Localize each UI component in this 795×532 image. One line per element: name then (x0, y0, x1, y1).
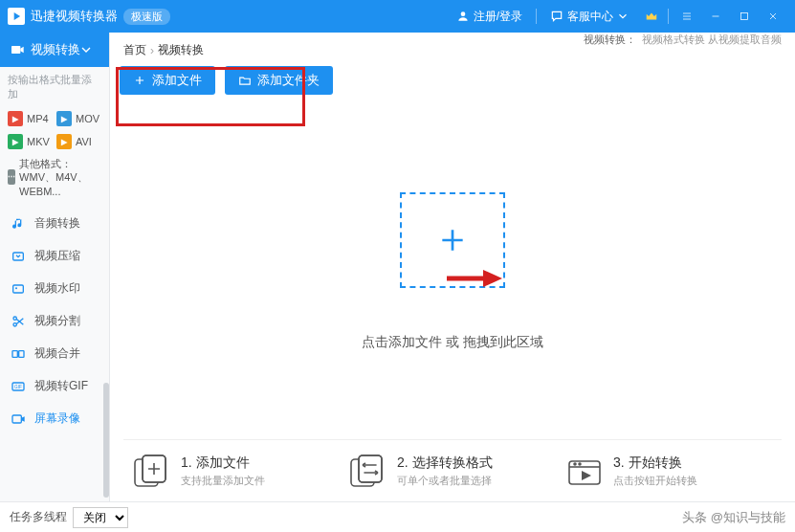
breadcrumb-home[interactable]: 首页 (123, 42, 146, 58)
sidebar-item-label: 视频合并 (34, 345, 80, 362)
add-folder-button[interactable]: 添加文件夹 (225, 66, 333, 95)
svg-point-7 (15, 287, 17, 289)
svg-point-1 (460, 11, 465, 16)
format-avi[interactable]: ▶AVI (55, 130, 103, 153)
step-title: 1. 添加文件 (181, 454, 265, 472)
svg-rect-14 (12, 415, 21, 423)
steps-row: 1. 添加文件 支持批量添加文件 2. 选择转换格式 可单个或者批量选择 3. … (123, 439, 782, 501)
titlebar: 迅捷视频转换器 极速版 注册/登录 客服中心 (0, 0, 795, 33)
merge-icon (10, 345, 27, 363)
step-2: 2. 选择转换格式 可单个或者批量选择 (349, 454, 556, 488)
add-file-step-icon (133, 454, 171, 488)
sidebar-active-label: 视频转换 (31, 41, 80, 58)
step-sub: 支持批量添加文件 (181, 474, 265, 488)
chevron-down-icon (616, 10, 629, 23)
step-title: 2. 选择转换格式 (397, 454, 493, 472)
sidebar-scrollbar[interactable] (103, 134, 109, 501)
split-icon (10, 313, 27, 330)
svg-point-26 (579, 463, 581, 465)
add-file-button[interactable]: 添加文件 (120, 66, 215, 95)
svg-rect-10 (12, 351, 17, 358)
format-mov[interactable]: ▶MOV (55, 107, 103, 130)
plus-icon (133, 74, 146, 87)
svg-rect-3 (11, 46, 20, 54)
chat-icon (550, 10, 563, 23)
step-sub: 可单个或者批量选择 (397, 474, 493, 488)
sidebar-item-label: 视频转GIF (34, 378, 88, 394)
svg-marker-27 (582, 471, 591, 480)
svg-marker-0 (14, 12, 20, 20)
watermark-icon (10, 280, 27, 298)
svg-rect-6 (13, 285, 24, 293)
annotation-arrow-icon (445, 268, 502, 292)
folder-icon (238, 74, 252, 87)
choose-format-step-icon (349, 454, 387, 488)
login-button[interactable]: 注册/登录 (447, 0, 532, 33)
app-logo-icon (8, 8, 25, 25)
sidebar-item-video-watermark[interactable]: 视频水印 (0, 273, 109, 305)
step-sub: 点击按钮开始转换 (613, 474, 697, 488)
format-mp4[interactable]: ▶MP4 (6, 107, 55, 130)
step-title: 3. 开始转换 (613, 454, 697, 472)
thread-select[interactable]: 关闭 (73, 507, 128, 528)
page-subhint: 视频转换：视频格式转换 从视频提取音频 (570, 33, 795, 53)
sidebar-item-label: 视频水印 (34, 280, 80, 297)
compress-icon (10, 248, 27, 265)
plus-icon (437, 225, 468, 255)
edition-badge: 极速版 (123, 9, 170, 25)
sidebar-item-video-merge[interactable]: 视频合并 (0, 338, 109, 370)
scrollbar-thumb[interactable] (103, 383, 109, 498)
file-icon: ▶ (56, 134, 72, 149)
drop-hint-text: 点击添加文件 或 拖拽到此区域 (362, 334, 543, 351)
format-mkv[interactable]: ▶MKV (6, 130, 55, 153)
svg-point-25 (574, 463, 576, 465)
support-button[interactable]: 客服中心 (541, 0, 639, 33)
login-label: 注册/登录 (474, 9, 522, 25)
step-1: 1. 添加文件 支持批量添加文件 (133, 454, 340, 488)
svg-rect-22 (359, 455, 382, 482)
record-icon (10, 410, 27, 428)
minimize-button[interactable] (701, 0, 730, 33)
vip-button[interactable] (639, 0, 664, 33)
svg-rect-2 (741, 13, 748, 20)
format-grid: ▶MP4 ▶MOV ▶MKV ▶AVI ⋯其他格式：WMV、M4V、WEBM..… (0, 107, 109, 208)
gif-icon: GIF (10, 378, 27, 395)
sidebar-item-audio-convert[interactable]: 音频转换 (0, 208, 109, 240)
app-title: 迅捷视频转换器 (31, 8, 118, 25)
breadcrumb: 首页 › 视频转换 (110, 33, 570, 62)
main-panel: 首页 › 视频转换 视频转换：视频格式转换 从视频提取音频 添加文件 添加文件夹 (110, 33, 795, 501)
menu-button[interactable] (673, 0, 701, 33)
sidebar-item-video-compress[interactable]: 视频压缩 (0, 240, 109, 273)
audio-icon (10, 215, 27, 233)
sidebar-section-label: 按输出格式批量添加 (0, 67, 109, 107)
support-label: 客服中心 (567, 9, 613, 25)
svg-marker-4 (20, 47, 23, 54)
maximize-button[interactable] (730, 0, 759, 33)
sidebar-item-video-to-gif[interactable]: GIF 视频转GIF (0, 370, 109, 403)
separator (536, 9, 537, 24)
svg-rect-11 (19, 351, 24, 358)
crown-icon (645, 10, 658, 23)
sidebar-active-category[interactable]: 视频转换 (0, 33, 109, 67)
separator (668, 9, 669, 24)
sidebar-item-label: 视频分割 (34, 313, 80, 329)
file-icon: ▶ (56, 111, 72, 126)
start-convert-step-icon (565, 454, 604, 488)
add-folder-label: 添加文件夹 (257, 72, 320, 89)
action-row: 添加文件 添加文件夹 (110, 62, 795, 104)
footer-label: 任务多线程 (10, 509, 67, 525)
breadcrumb-current: 视频转换 (158, 42, 204, 58)
sidebar-item-label: 音频转换 (34, 215, 80, 232)
footer: 任务多线程 关闭 头条 @知识与技能 (0, 501, 795, 532)
svg-marker-17 (483, 270, 502, 287)
sidebar-item-screen-record[interactable]: 屏幕录像 (0, 403, 109, 435)
sidebar-item-video-split[interactable]: 视频分割 (0, 305, 109, 338)
close-button[interactable] (759, 0, 787, 33)
sidebar-item-label: 视频压缩 (34, 248, 80, 264)
chevron-down-icon (78, 42, 94, 57)
format-other[interactable]: ⋯其他格式：WMV、M4V、WEBM... (6, 153, 103, 202)
sidebar-item-label: 屏幕录像 (34, 410, 80, 427)
step-3: 3. 开始转换 点击按钮开始转换 (565, 454, 772, 488)
file-icon: ▶ (8, 134, 23, 149)
file-icon: ⋯ (8, 169, 15, 185)
